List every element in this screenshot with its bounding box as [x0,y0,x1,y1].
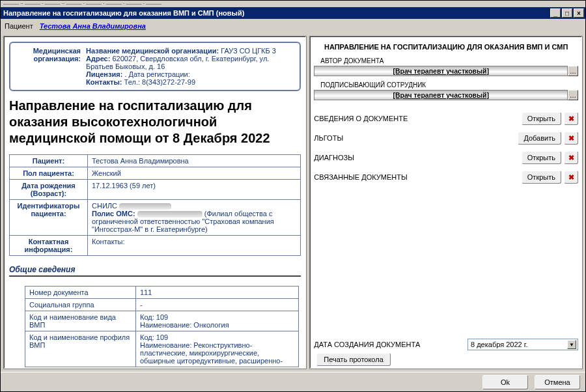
date-label: ДАТА СОЗДАНИЯ ДОКУМЕНТА [314,341,467,348]
open-button[interactable]: Открыть [522,171,561,184]
general-table: Номер документа111 Социальная группа- Ко… [25,286,299,367]
org-label: Медицинская организация: [16,47,81,86]
right-title: НАПРАВЛЕНИЕ НА ГОСПИТАЛИЗАЦИЮ ДЛЯ ОКАЗАН… [314,39,578,56]
delete-icon[interactable]: ✖ [564,112,578,125]
cancel-button[interactable]: Отмена [535,375,580,389]
org-box: Медицинская организация: Название медици… [9,42,301,91]
row-diagnoses: ДИАГНОЗЫ Открыть ✖ [314,150,578,165]
footer: Ok Отмена [1,372,585,391]
patient-label: Пациент [5,22,33,30]
print-button[interactable]: Печать протокола [316,353,390,366]
signer-dropdown[interactable]: [Врач терапевт участковый] … [314,90,578,100]
titlebar: Направление на госпитализацию для оказан… [1,7,585,19]
chevron-down-icon[interactable]: ▼ [567,340,576,349]
minimize-button[interactable]: _ [550,8,561,18]
row-linked: СВЯЗАННЫЕ ДОКУМЕНТЫ Открыть ✖ [314,169,578,185]
delete-icon[interactable]: ✖ [564,171,578,184]
date-select[interactable]: 8 декабря 2022 г. ▼ [467,339,578,350]
right-panel: НАПРАВЛЕНИЕ НА ГОСПИТАЛИЗАЦИЮ ДЛЯ ОКАЗАН… [309,36,583,369]
add-button[interactable]: Добавить [518,132,561,145]
signer-label: ПОДПИСЫВАЮЩИЙ СОТРУДНИК [320,81,578,89]
ok-button[interactable]: Ok [482,375,528,389]
open-button[interactable]: Открыть [522,151,561,164]
general-header: Общие сведения [9,265,301,277]
patient-link[interactable]: Тестова Анна Владимировна [40,22,146,30]
left-panel: Медицинская организация: Название медици… [3,36,307,369]
delete-icon[interactable]: ✖ [564,151,578,164]
delete-icon[interactable]: ✖ [564,132,578,145]
row-docinfo: СВЕДЕНИЯ О ДОКУМЕНТЕ Открыть ✖ [314,111,578,126]
close-button[interactable]: × [574,8,584,18]
window-title: Направление на госпитализацию для оказан… [3,9,549,17]
row-benefits: ЛЬГОТЫ Добавить ✖ [314,130,578,146]
maximize-button[interactable]: □ [562,8,572,18]
patient-table: Пациент:Тестова Анна Владимировна Пол па… [9,154,301,256]
open-button[interactable]: Открыть [522,112,561,125]
ellipsis-icon[interactable]: … [568,90,578,100]
patient-bar: Пациент Тестова Анна Владимировна [1,19,585,33]
document-title: Направление на госпитализацию для оказан… [9,98,301,147]
author-dropdown[interactable]: [Врач терапевт участковый] … [314,66,578,76]
menu-fragment: ——— ·· ——— · ——— ·· ——— · ——— · ——— · ——… [1,1,585,7]
author-label: АВТОР ДОКУМЕНТА [320,57,578,64]
org-value: Название медицинской организации: ГАУЗ С… [86,47,294,86]
ellipsis-icon[interactable]: … [568,66,578,76]
